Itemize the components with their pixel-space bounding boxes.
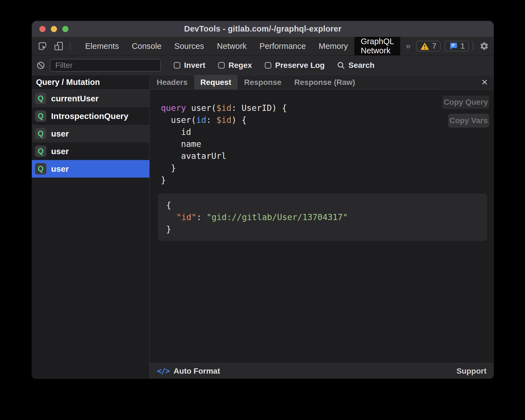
list-item-label: IntrospectionQuery	[51, 111, 128, 121]
inspect-element-icon[interactable]	[37, 41, 47, 51]
search-control[interactable]: Search	[337, 61, 374, 70]
devtools-toolbar: Elements Console Sources Network Perform…	[32, 37, 494, 56]
close-icon[interactable]: ✕	[481, 75, 488, 89]
title-bar: DevTools - gitlab.com/-/graphql-explorer	[32, 21, 494, 37]
tab-sources[interactable]: Sources	[168, 37, 210, 55]
list-item-user-1[interactable]: Q user	[32, 125, 149, 142]
query-type-badge: Q	[35, 163, 46, 175]
invert-label: Invert	[184, 61, 205, 70]
tab-response[interactable]: Response	[238, 75, 288, 89]
tab-console[interactable]: Console	[125, 37, 168, 55]
code-format-icon: </>	[157, 366, 170, 376]
content-area: Query / Mutation Q currentUser Q Introsp…	[32, 75, 494, 379]
device-toolbar-icon[interactable]	[54, 41, 64, 51]
settings-gear-icon[interactable]	[477, 41, 491, 51]
traffic-lights	[39, 21, 68, 37]
graphql-variables-box: { "id": "gid://gitlab/User/13704317"}	[158, 194, 487, 241]
preserve-log-checkbox[interactable]	[265, 62, 271, 69]
message-icon	[449, 42, 458, 51]
detail-tab-bar: Headers Request Response Response (Raw) …	[150, 75, 494, 90]
copy-query-button[interactable]: Copy Query	[442, 96, 489, 109]
query-type-badge: Q	[35, 110, 46, 122]
request-detail-pane: Headers Request Response Response (Raw) …	[150, 75, 494, 379]
search-icon	[337, 61, 345, 70]
more-tabs-icon[interactable]: »	[400, 37, 416, 55]
issues-badge[interactable]: 1	[445, 41, 469, 51]
filter-bar: Invert Regex Preserve Log Search	[32, 56, 494, 75]
tab-response-raw[interactable]: Response (Raw)	[288, 75, 362, 89]
regex-label: Regex	[228, 61, 252, 70]
query-type-badge: Q	[35, 145, 46, 157]
tab-request[interactable]: Request	[194, 75, 238, 89]
support-link[interactable]: Support	[457, 367, 486, 376]
tab-network[interactable]: Network	[211, 37, 253, 55]
zoom-window-button[interactable]	[62, 26, 68, 32]
close-window-button[interactable]	[39, 26, 46, 32]
issues-count: 1	[460, 42, 465, 51]
list-item-user-3-selected[interactable]: Q user	[32, 160, 149, 178]
list-item-label: currentUser	[51, 94, 99, 103]
toolbar-right-divider	[473, 42, 473, 51]
sidebar-header: Query / Mutation	[32, 75, 149, 90]
list-item-user-2[interactable]: Q user	[32, 142, 149, 160]
search-label: Search	[349, 61, 374, 70]
request-body: query user($id: UserID) { user(id: $id) …	[150, 90, 494, 363]
auto-format-toggle[interactable]: Auto Format	[174, 367, 220, 376]
query-list-sidebar: Query / Mutation Q currentUser Q Introsp…	[32, 75, 150, 379]
list-item-label: user	[51, 129, 69, 139]
detail-footer: </> Auto Format Support	[150, 363, 494, 379]
tab-elements[interactable]: Elements	[79, 37, 125, 55]
toolbar-divider	[70, 42, 70, 51]
list-item-introspectionquery[interactable]: Q IntrospectionQuery	[32, 107, 149, 125]
preserve-log-label: Preserve Log	[275, 61, 324, 70]
panel-tabs: Elements Console Sources Network Perform…	[79, 37, 416, 55]
list-item-label: user	[51, 147, 69, 156]
copy-vars-button[interactable]: Copy Vars	[448, 114, 489, 128]
window-title: DevTools - gitlab.com/-/graphql-explorer	[184, 24, 341, 34]
tab-performance[interactable]: Performance	[253, 37, 312, 55]
minimize-window-button[interactable]	[51, 26, 57, 32]
warnings-count: 7	[432, 42, 436, 51]
block-icon[interactable]	[36, 61, 45, 70]
regex-checkbox[interactable]	[218, 62, 225, 69]
list-item-label: user	[51, 164, 69, 174]
warning-icon	[420, 42, 429, 51]
warnings-badge[interactable]: 7	[416, 41, 441, 51]
invert-checkbox[interactable]	[174, 62, 180, 69]
query-type-badge: Q	[35, 128, 46, 139]
devtools-window: DevTools - gitlab.com/-/graphql-explorer…	[32, 21, 494, 379]
filter-input[interactable]	[50, 59, 161, 72]
query-type-badge: Q	[35, 93, 46, 104]
preserve-log-checkbox-group: Preserve Log	[265, 61, 324, 70]
regex-checkbox-group: Regex	[218, 61, 252, 70]
graphql-query-code: query user($id: UserID) { user(id: $id) …	[161, 102, 287, 186]
tab-memory[interactable]: Memory	[312, 37, 354, 55]
invert-checkbox-group: Invert	[174, 61, 205, 70]
tab-headers[interactable]: Headers	[150, 75, 194, 89]
tab-graphql-network[interactable]: GraphQL Network	[354, 37, 400, 55]
list-item-currentuser[interactable]: Q currentUser	[32, 90, 149, 107]
